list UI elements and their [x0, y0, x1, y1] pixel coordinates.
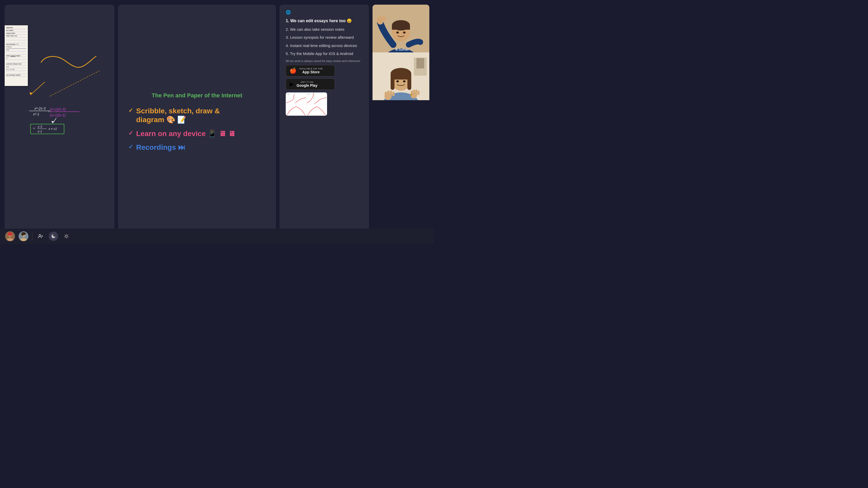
- google-play-button[interactable]: ▶ GET IT ON Google Play: [286, 78, 335, 90]
- notebook-line: x²-2x-3: [6, 46, 26, 48]
- main-layout: algebraic be written polynomials nator d…: [0, 0, 434, 244]
- notebook-line: nator does not: [6, 35, 26, 37]
- svg-rect-61: [385, 92, 387, 96]
- notebook-line: common factors that: [6, 63, 26, 66]
- svg-text:x-3: x-3: [37, 125, 42, 129]
- video-column: ⚙ GoPeer: [373, 5, 429, 239]
- note-number-4: 4.: [286, 43, 290, 48]
- checkmark-1: ✓: [128, 107, 133, 114]
- note-item-2: 2. We can also take session notes: [286, 27, 363, 32]
- svg-point-40: [396, 32, 399, 34]
- toolbar-divider: [32, 232, 32, 240]
- notes-list: 1. We can edit essays here too 😀 2. We c…: [286, 18, 363, 56]
- svg-line-0: [30, 82, 45, 95]
- google-play-icon: ▶: [289, 81, 294, 88]
- svg-line-91: [65, 237, 65, 238]
- svg-line-92: [68, 235, 68, 235]
- svg-rect-44: [379, 16, 381, 21]
- notebook-line: be written: [6, 29, 26, 32]
- svg-line-10: [53, 118, 56, 123]
- notebook-line: 0: [6, 57, 26, 60]
- notebook-line: x-3: [6, 66, 26, 68]
- svg-rect-63: [390, 91, 392, 96]
- svg-marker-1: [29, 92, 33, 95]
- svg-rect-57: [407, 77, 411, 90]
- svg-text:x²-1: x²-1: [33, 112, 39, 116]
- note-text-5: Try the Mobile App for iOS & Android: [290, 52, 353, 56]
- svg-rect-80: [22, 234, 23, 236]
- google-play-main: Google Play: [297, 84, 317, 88]
- svg-rect-45: [382, 16, 384, 21]
- svg-line-87: [65, 235, 65, 235]
- note-text-1: We can edit essays here too 😀: [290, 19, 352, 23]
- feature-item-1: ✓ Scribble, sketch, draw &diagram 🎨 📝: [128, 107, 266, 124]
- note-item-3: 3. Lesson synopsis for review afterward: [286, 35, 363, 40]
- svg-rect-12: [30, 124, 64, 134]
- notebook-line: polynomials: [6, 32, 26, 35]
- feature-text-2: Learn on any device 📱 🖥 🖥: [136, 129, 235, 138]
- svg-text:x ≠ ±1: x ≠ ±1: [48, 127, 57, 131]
- avatar-2[interactable]: [19, 231, 28, 241]
- svg-rect-64: [393, 92, 395, 96]
- svg-line-88: [68, 237, 68, 238]
- svg-text:⚙ GoPeer: ⚙ GoPeer: [395, 48, 409, 51]
- note-number-5: 5.: [286, 52, 290, 56]
- svg-text:y = f(x): y = f(x): [307, 94, 310, 95]
- google-play-sub: GET IT ON: [297, 81, 317, 84]
- add-person-button[interactable]: [36, 232, 45, 241]
- app-store-main: App Store: [299, 70, 323, 74]
- dark-mode-button[interactable]: [49, 232, 58, 241]
- graph-thumbnail: y = f(x) y = f(x): [286, 92, 327, 116]
- toolbar: [0, 228, 434, 244]
- svg-line-2: [50, 70, 100, 96]
- notebook-line: algebraic: [6, 26, 26, 29]
- svg-rect-50: [416, 58, 424, 68]
- app-store-button[interactable]: 🍎 Available on the App Store: [286, 65, 335, 76]
- store-buttons: 🍎 Available on the App Store ▶ GET IT ON…: [286, 65, 363, 90]
- feature-text-3: Recordings ⏭: [136, 143, 185, 152]
- svg-rect-56: [391, 77, 395, 90]
- svg-point-41: [403, 32, 406, 34]
- svg-rect-43: [377, 17, 379, 22]
- notebook-paper: algebraic be written polynomials nator d…: [5, 25, 28, 86]
- svg-text:x²-2x-3: x²-2x-3: [34, 106, 46, 110]
- apple-icon: 🍎: [289, 67, 297, 74]
- note-text-2: We can also take session notes: [290, 27, 345, 32]
- svg-point-58: [396, 80, 399, 83]
- canvas-area[interactable]: algebraic be written polynomials nator d…: [5, 5, 115, 239]
- notebook-line: x²-1: [6, 48, 26, 52]
- canvas-panel: algebraic be written polynomials nator d…: [5, 5, 115, 239]
- svg-marker-11: [52, 121, 55, 123]
- svg-text:=: =: [33, 126, 35, 130]
- tagline: The Pen and Paper of the Internet: [152, 92, 242, 99]
- svg-rect-75: [8, 234, 12, 235]
- note-number-1: 1.: [286, 19, 290, 23]
- feature-item-2: ✓ Learn on any device 📱 🖥 🖥: [128, 129, 266, 138]
- svg-text:(x+1)(x-1): (x+1)(x-1): [50, 113, 66, 117]
- notebook-line: x-1 ; x ≠ ±1: [6, 68, 26, 71]
- feature-item-3: ✓ Recordings ⏭: [128, 143, 266, 152]
- note-item-4: 4. Instant real-time editing across devi…: [286, 43, 363, 48]
- feature-text-1: Scribble, sketch, draw &diagram 🎨 📝: [136, 107, 220, 124]
- svg-text:(x+1)(x-3): (x+1)(x-3): [50, 107, 66, 111]
- note-item-5: 5. Try the Mobile App for iOS & Android: [286, 51, 363, 56]
- brightness-button[interactable]: [62, 232, 71, 241]
- svg-point-70: [410, 94, 412, 95]
- right-side: 🌐 1. We can edit essays here too 😀 2. We…: [280, 5, 429, 239]
- note-item-1: 1. We can edit essays here too 😀: [286, 18, 363, 24]
- app-store-sub: Available on the: [299, 67, 323, 70]
- note-text-3: Lesson synopsis for review afterward: [290, 35, 354, 39]
- svg-rect-67: [413, 90, 415, 95]
- note-text-4: Instant real-time editing across devices: [290, 43, 357, 48]
- saved-text: All our work is always saved for easy re…: [286, 59, 363, 63]
- svg-rect-62: [387, 91, 390, 96]
- features-panel: The Pen and Paper of the Internet ✓ Scri…: [118, 5, 276, 239]
- notebook-line: nator cannot equal: [6, 55, 26, 57]
- avatar-1[interactable]: [5, 231, 15, 241]
- video-panel-bottom: [373, 53, 429, 100]
- svg-point-59: [403, 80, 406, 83]
- video-panel-top: ⚙ GoPeer: [373, 5, 429, 53]
- notebook-line: ny excluded values.: [6, 74, 26, 77]
- svg-text:y = f(x): y = f(x): [286, 94, 289, 95]
- note-number-3: 3.: [286, 35, 290, 39]
